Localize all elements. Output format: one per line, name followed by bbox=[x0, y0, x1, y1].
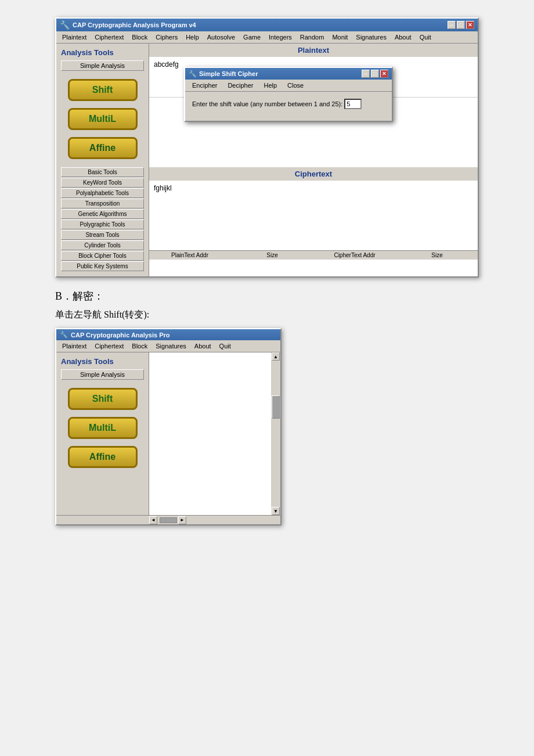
dialog-close-menu[interactable]: Close bbox=[283, 81, 308, 90]
dialog-controls: ─ □ ✕ bbox=[362, 70, 388, 78]
scroll-up-btn[interactable]: ▲ bbox=[272, 352, 280, 361]
scroll-right-btn[interactable]: ► bbox=[178, 516, 186, 524]
maximize-btn[interactable]: □ bbox=[457, 21, 465, 29]
tool-block-cipher[interactable]: Block Cipher Tools bbox=[61, 251, 144, 261]
second-affine-label: Affine bbox=[89, 452, 116, 462]
main-title: CAP Cryptographic Analysis Program v4 bbox=[73, 21, 196, 28]
dialog-title-bar: 🔧 Simple Shift Cipher ─ □ ✕ bbox=[185, 68, 392, 80]
second-simple-analysis-btn[interactable]: Simple Analysis bbox=[61, 369, 144, 380]
simple-analysis-btn[interactable]: Simple Analysis bbox=[61, 60, 144, 71]
scroll-down-btn[interactable]: ▼ bbox=[272, 507, 280, 515]
dialog-prompt: Enter the shift value (any number betwee… bbox=[192, 100, 342, 107]
multil-label: MultiL bbox=[89, 114, 116, 124]
second-menu-plaintext[interactable]: Plaintext bbox=[59, 341, 90, 351]
main-title-bar: 🔧 CAP Cryptographic Analysis Program v4 … bbox=[56, 19, 478, 31]
close-btn[interactable]: ✕ bbox=[466, 21, 474, 29]
second-shift-label: Shift bbox=[92, 394, 113, 404]
title-controls: ─ □ ✕ bbox=[448, 21, 474, 29]
second-analysis-title: Analysis Tools bbox=[61, 357, 114, 366]
affine-button[interactable]: Affine bbox=[68, 137, 138, 159]
menu-quit[interactable]: Quit bbox=[416, 33, 435, 42]
dialog-window: 🔧 Simple Shift Cipher ─ □ ✕ Encipher Dec… bbox=[184, 67, 393, 122]
second-menu-bar: Plaintext Ciphertext Block Signatures Ab… bbox=[56, 340, 280, 352]
content-area: Plaintext abcdefg 🔧 Simple Shift Cipher … bbox=[149, 44, 478, 276]
tool-stream[interactable]: Stream Tools bbox=[61, 230, 144, 240]
dialog-overlay: 🔧 Simple Shift Cipher ─ □ ✕ Encipher Dec… bbox=[184, 67, 393, 122]
scrollbar[interactable]: ▲ ▼ bbox=[271, 352, 280, 515]
second-right-content bbox=[149, 352, 271, 515]
second-menu-about[interactable]: About bbox=[191, 341, 215, 351]
tool-poly[interactable]: Polyalphabetic Tools bbox=[61, 188, 144, 198]
second-right-wrapper: ▲ ▼ bbox=[149, 352, 280, 515]
menu-random[interactable]: Random bbox=[297, 33, 328, 42]
menu-ciphers[interactable]: Ciphers bbox=[152, 33, 181, 42]
menu-integers[interactable]: Integers bbox=[265, 33, 295, 42]
tool-keyword[interactable]: KeyWord Tools bbox=[61, 178, 144, 188]
tool-transposition[interactable]: Transposition bbox=[61, 199, 144, 208]
minimize-btn[interactable]: ─ bbox=[448, 21, 456, 29]
dialog-icon: 🔧 bbox=[189, 70, 197, 78]
status-bar: PlainText Addr Size CipherText Addr Size bbox=[149, 250, 478, 260]
second-sidebar: Analysis Tools Simple Analysis Shift Mul… bbox=[56, 352, 149, 515]
second-app-icon: 🔧 bbox=[60, 331, 68, 339]
menu-help[interactable]: Help bbox=[182, 33, 203, 42]
shift-button[interactable]: Shift bbox=[68, 79, 138, 101]
menu-signatures[interactable]: Signatures bbox=[352, 33, 390, 42]
dialog-encipher[interactable]: Encipher bbox=[187, 81, 222, 90]
app-icon: 🔧 bbox=[60, 20, 70, 30]
multil-button[interactable]: MultiL bbox=[68, 108, 138, 130]
second-menu-signatures[interactable]: Signatures bbox=[152, 341, 190, 351]
main-window: 🔧 CAP Cryptographic Analysis Program v4 … bbox=[55, 17, 479, 278]
second-affine-button[interactable]: Affine bbox=[68, 446, 138, 468]
status-size1: Size bbox=[234, 252, 311, 258]
title-bar-left: 🔧 CAP Cryptographic Analysis Program v4 bbox=[60, 20, 196, 30]
bottom-scrollbar: ◄ ► bbox=[56, 515, 280, 524]
dialog-content: Enter the shift value (any number betwee… bbox=[185, 92, 392, 121]
dialog-menu-bar: Encipher Decipher Help Close bbox=[185, 80, 392, 92]
second-title-bar: 🔧 CAP Cryptographic Analysis Pro bbox=[56, 329, 280, 340]
sidebar: Analysis Tools Simple Analysis Shift Mul… bbox=[56, 44, 149, 276]
dialog-minimize-btn[interactable]: ─ bbox=[362, 70, 370, 78]
second-content: Analysis Tools Simple Analysis Shift Mul… bbox=[56, 352, 280, 515]
tool-list: Basic Tools KeyWord Tools Polyalphabetic… bbox=[61, 167, 144, 272]
shift-value-input[interactable] bbox=[344, 99, 362, 109]
second-multil-label: MultiL bbox=[89, 423, 116, 433]
dialog-title: Simple Shift Cipher bbox=[199, 70, 258, 77]
ciphertext-content: fghijkl bbox=[149, 181, 478, 250]
menu-autosolve[interactable]: Autosolve bbox=[204, 33, 239, 42]
shift-label: Shift bbox=[92, 85, 113, 95]
menu-plaintext[interactable]: Plaintext bbox=[59, 33, 90, 42]
h-scrollbar-thumb[interactable] bbox=[160, 517, 177, 523]
ciphertext-header: Ciphertext bbox=[149, 167, 478, 181]
section-b-label: B．解密： bbox=[55, 289, 479, 303]
dialog-decipher[interactable]: Decipher bbox=[223, 81, 258, 90]
menu-block[interactable]: Block bbox=[128, 33, 151, 42]
second-menu-block[interactable]: Block bbox=[128, 341, 151, 351]
menu-monit[interactable]: Monit bbox=[329, 33, 351, 42]
analysis-tools-title: Analysis Tools bbox=[61, 48, 114, 57]
plaintext-header: Plaintext bbox=[149, 44, 478, 57]
status-ciphertext-addr: CipherText Addr bbox=[316, 252, 393, 258]
tool-polygraphic[interactable]: Polygraphic Tools bbox=[61, 219, 144, 229]
tool-cylinder[interactable]: Cylinder Tools bbox=[61, 240, 144, 250]
affine-label: Affine bbox=[89, 143, 116, 153]
second-multil-button[interactable]: MultiL bbox=[68, 417, 138, 439]
scrollbar-thumb[interactable] bbox=[272, 395, 280, 419]
section-b: B．解密： 单击左导航 Shift(转变): 🔧 CAP Cryptograph… bbox=[55, 289, 479, 525]
dialog-help[interactable]: Help bbox=[259, 81, 282, 90]
scroll-left-btn[interactable]: ◄ bbox=[149, 516, 157, 524]
second-menu-ciphertext[interactable]: Ciphertext bbox=[91, 341, 127, 351]
tool-basic[interactable]: Basic Tools bbox=[61, 167, 144, 177]
second-title: CAP Cryptographic Analysis Pro bbox=[71, 332, 170, 339]
dialog-close-btn[interactable]: ✕ bbox=[380, 70, 388, 78]
menu-game[interactable]: Game bbox=[240, 33, 264, 42]
status-size2: Size bbox=[399, 252, 475, 258]
menu-about[interactable]: About bbox=[391, 33, 415, 42]
status-plaintext-addr: PlainText Addr bbox=[151, 252, 228, 258]
menu-ciphertext[interactable]: Ciphertext bbox=[91, 33, 127, 42]
second-menu-quit[interactable]: Quit bbox=[216, 341, 234, 351]
tool-public-key[interactable]: Public Key Systems bbox=[61, 261, 144, 271]
dialog-maximize-btn[interactable]: □ bbox=[371, 70, 379, 78]
tool-genetic[interactable]: Genetic Algorithms bbox=[61, 209, 144, 219]
second-shift-button[interactable]: Shift bbox=[68, 388, 138, 410]
